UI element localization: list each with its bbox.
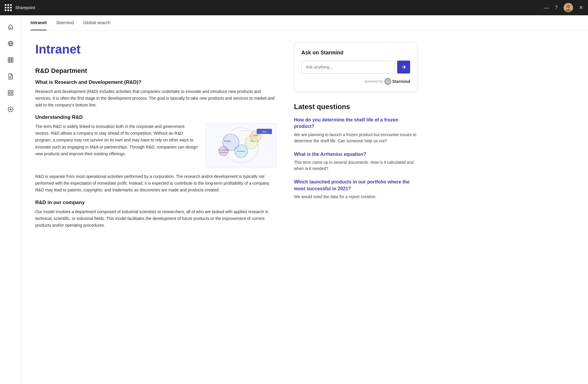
- section-heading-rd: R&D Department: [35, 67, 276, 75]
- question-desc-2: This term came up in several documents. …: [294, 159, 417, 172]
- right-panel: Ask on Starmind powered by: [294, 42, 417, 372]
- question-link-1[interactable]: How do you determine the shelf life of a…: [294, 117, 417, 130]
- ask-submit-button[interactable]: [397, 61, 410, 74]
- question-desc-3: We would need the data for a report crea…: [294, 194, 417, 200]
- svg-text:Design: Design: [224, 140, 230, 142]
- svg-point-1: [567, 5, 570, 8]
- svg-rect-13: [11, 91, 13, 92]
- question-item-2: What is the Arrhenius equation? This ter…: [294, 151, 417, 172]
- sidebar-item-table[interactable]: [4, 53, 18, 67]
- question-item-3: Which launched products in our portfolio…: [294, 179, 417, 200]
- apps-grid-icon[interactable]: [5, 4, 12, 11]
- ask-input-row: [301, 61, 410, 74]
- question-desc-1: We are planning to launch a frozen produ…: [294, 132, 417, 144]
- help-button[interactable]: ?: [555, 5, 558, 11]
- rd-diagram: Design Simulation Trial Quality Fundamen…: [206, 123, 276, 167]
- app-body: Intranet Starmind Global search Intranet…: [0, 15, 588, 384]
- starmind-brand-name: Starmind: [392, 79, 410, 84]
- powered-by: powered by Starmind: [301, 78, 410, 85]
- svg-rect-15: [11, 94, 13, 95]
- svg-text:Production: Production: [260, 133, 269, 135]
- avatar[interactable]: [564, 3, 573, 12]
- main-column: Intranet R&D Department What is Research…: [35, 42, 276, 372]
- ask-starmind-box: Ask on Starmind powered by: [294, 42, 417, 92]
- question-link-2[interactable]: What is the Arrhenius equation?: [294, 151, 417, 158]
- minimize-button[interactable]: —: [544, 5, 549, 11]
- svg-text:Fundamental: Fundamental: [218, 149, 228, 151]
- svg-point-39: [388, 81, 389, 81]
- nav-tabs: Intranet Starmind Global search: [21, 15, 588, 31]
- tab-starmind[interactable]: Starmind: [56, 15, 74, 30]
- sidebar-item-grid[interactable]: [4, 86, 18, 100]
- body-text-1: Research and development (R&D) includes …: [35, 88, 276, 108]
- tab-intranet[interactable]: Intranet: [31, 15, 47, 30]
- svg-text:Trial: Trial: [250, 140, 253, 142]
- app-name: Sharepoint: [15, 5, 35, 10]
- svg-text:Research: Research: [220, 151, 227, 153]
- sub-heading-1: What is Research and Developement (R&D)?: [35, 79, 276, 85]
- content-area: Intranet Starmind Global search Intranet…: [21, 15, 588, 384]
- tab-global-search[interactable]: Global search: [83, 15, 111, 30]
- starmind-logo: Starmind: [385, 78, 410, 85]
- latest-questions-section: Latest questions How do you determine th…: [294, 103, 417, 200]
- svg-rect-5: [8, 58, 13, 63]
- question-link-3[interactable]: Which launched products in our portfolio…: [294, 179, 417, 192]
- ask-input[interactable]: [301, 61, 395, 74]
- question-item-1: How do you determine the shelf life of a…: [294, 117, 417, 144]
- svg-text:Quality: Quality: [253, 134, 259, 136]
- powered-by-text: powered by: [365, 79, 383, 84]
- sidebar-item-globe[interactable]: [4, 36, 18, 51]
- svg-text:Mass: Mass: [262, 131, 267, 133]
- page-content: Intranet R&D Department What is Research…: [21, 31, 588, 384]
- titlebar-right: — ? ✕: [544, 3, 583, 12]
- sub-heading-3: R&D in our company: [35, 200, 276, 206]
- svg-text:Simulation: Simulation: [237, 150, 245, 152]
- sidebar-item-file[interactable]: [4, 69, 18, 84]
- rd-inline-section: The term R&D is widely linked to innovat…: [35, 123, 276, 167]
- latest-questions-title: Latest questions: [294, 103, 417, 111]
- svg-point-38: [387, 81, 387, 81]
- titlebar-left: Sharepoint: [5, 4, 35, 11]
- sidebar-item-home[interactable]: [4, 20, 18, 34]
- body-text-2: The term R&D is widely linked to innovat…: [35, 123, 199, 161]
- svg-rect-12: [8, 91, 10, 92]
- sub-heading-2: Understanding R&D: [35, 114, 276, 120]
- body-text-4: Our model involves a department composed…: [35, 208, 276, 229]
- page-title: Intranet: [35, 42, 276, 56]
- sidebar: [0, 15, 21, 384]
- body-text-3: R&D is separate from most operational ac…: [35, 173, 276, 193]
- sidebar-item-add[interactable]: [4, 102, 18, 116]
- close-button[interactable]: ✕: [579, 4, 583, 11]
- svg-point-24: [219, 146, 228, 156]
- svg-point-37: [386, 80, 390, 83]
- starmind-icon: [385, 78, 391, 85]
- titlebar: Sharepoint — ? ✕: [0, 0, 588, 15]
- ask-starmind-title: Ask on Starmind: [301, 50, 410, 56]
- svg-rect-14: [8, 94, 10, 95]
